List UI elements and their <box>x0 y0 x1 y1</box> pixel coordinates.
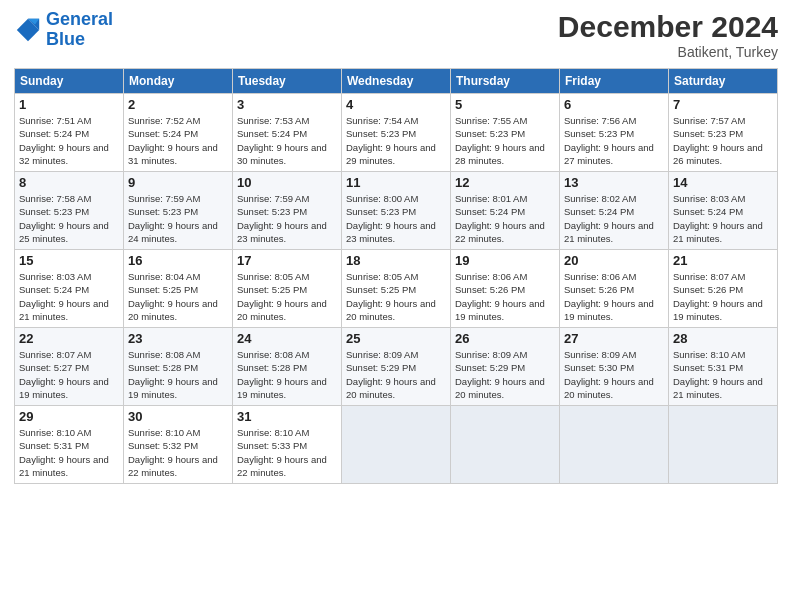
day-number: 11 <box>346 175 446 190</box>
header: General Blue December 2024 Batikent, Tur… <box>14 10 778 60</box>
day-number: 28 <box>673 331 773 346</box>
day-number: 30 <box>128 409 228 424</box>
table-row: 2 Sunrise: 7:52 AMSunset: 5:24 PMDayligh… <box>124 94 233 172</box>
table-row: 17 Sunrise: 8:05 AMSunset: 5:25 PMDaylig… <box>233 250 342 328</box>
table-row: 20 Sunrise: 8:06 AMSunset: 5:26 PMDaylig… <box>560 250 669 328</box>
day-info: Sunrise: 7:57 AMSunset: 5:23 PMDaylight:… <box>673 114 773 167</box>
logo-line2: Blue <box>46 29 85 49</box>
day-info: Sunrise: 7:51 AMSunset: 5:24 PMDaylight:… <box>19 114 119 167</box>
table-row: 10 Sunrise: 7:59 AMSunset: 5:23 PMDaylig… <box>233 172 342 250</box>
day-number: 4 <box>346 97 446 112</box>
day-info: Sunrise: 8:09 AMSunset: 5:29 PMDaylight:… <box>346 348 446 401</box>
day-number: 25 <box>346 331 446 346</box>
table-row <box>342 406 451 484</box>
table-row: 15 Sunrise: 8:03 AMSunset: 5:24 PMDaylig… <box>15 250 124 328</box>
location: Batikent, Turkey <box>558 44 778 60</box>
title-block: December 2024 Batikent, Turkey <box>558 10 778 60</box>
table-row: 30 Sunrise: 8:10 AMSunset: 5:32 PMDaylig… <box>124 406 233 484</box>
day-info: Sunrise: 7:56 AMSunset: 5:23 PMDaylight:… <box>564 114 664 167</box>
table-row: 27 Sunrise: 8:09 AMSunset: 5:30 PMDaylig… <box>560 328 669 406</box>
day-number: 5 <box>455 97 555 112</box>
table-row: 12 Sunrise: 8:01 AMSunset: 5:24 PMDaylig… <box>451 172 560 250</box>
table-row: 23 Sunrise: 8:08 AMSunset: 5:28 PMDaylig… <box>124 328 233 406</box>
day-number: 20 <box>564 253 664 268</box>
table-row: 8 Sunrise: 7:58 AMSunset: 5:23 PMDayligh… <box>15 172 124 250</box>
day-number: 14 <box>673 175 773 190</box>
day-info: Sunrise: 8:03 AMSunset: 5:24 PMDaylight:… <box>673 192 773 245</box>
col-monday: Monday <box>124 69 233 94</box>
day-info: Sunrise: 8:08 AMSunset: 5:28 PMDaylight:… <box>128 348 228 401</box>
day-number: 31 <box>237 409 337 424</box>
day-number: 6 <box>564 97 664 112</box>
day-number: 17 <box>237 253 337 268</box>
day-info: Sunrise: 8:01 AMSunset: 5:24 PMDaylight:… <box>455 192 555 245</box>
table-row: 16 Sunrise: 8:04 AMSunset: 5:25 PMDaylig… <box>124 250 233 328</box>
table-row: 3 Sunrise: 7:53 AMSunset: 5:24 PMDayligh… <box>233 94 342 172</box>
day-info: Sunrise: 8:07 AMSunset: 5:27 PMDaylight:… <box>19 348 119 401</box>
day-number: 15 <box>19 253 119 268</box>
day-info: Sunrise: 7:59 AMSunset: 5:23 PMDaylight:… <box>128 192 228 245</box>
day-number: 10 <box>237 175 337 190</box>
col-friday: Friday <box>560 69 669 94</box>
table-row: 11 Sunrise: 8:00 AMSunset: 5:23 PMDaylig… <box>342 172 451 250</box>
day-info: Sunrise: 7:52 AMSunset: 5:24 PMDaylight:… <box>128 114 228 167</box>
table-row: 24 Sunrise: 8:08 AMSunset: 5:28 PMDaylig… <box>233 328 342 406</box>
table-row: 13 Sunrise: 8:02 AMSunset: 5:24 PMDaylig… <box>560 172 669 250</box>
day-info: Sunrise: 7:53 AMSunset: 5:24 PMDaylight:… <box>237 114 337 167</box>
day-number: 2 <box>128 97 228 112</box>
day-number: 24 <box>237 331 337 346</box>
logo: General Blue <box>14 10 113 50</box>
day-info: Sunrise: 8:10 AMSunset: 5:32 PMDaylight:… <box>128 426 228 479</box>
table-row <box>669 406 778 484</box>
day-info: Sunrise: 8:10 AMSunset: 5:31 PMDaylight:… <box>673 348 773 401</box>
day-number: 9 <box>128 175 228 190</box>
table-row: 6 Sunrise: 7:56 AMSunset: 5:23 PMDayligh… <box>560 94 669 172</box>
day-info: Sunrise: 7:55 AMSunset: 5:23 PMDaylight:… <box>455 114 555 167</box>
day-number: 18 <box>346 253 446 268</box>
table-row: 9 Sunrise: 7:59 AMSunset: 5:23 PMDayligh… <box>124 172 233 250</box>
day-number: 12 <box>455 175 555 190</box>
day-number: 27 <box>564 331 664 346</box>
header-row: Sunday Monday Tuesday Wednesday Thursday… <box>15 69 778 94</box>
day-number: 21 <box>673 253 773 268</box>
col-tuesday: Tuesday <box>233 69 342 94</box>
day-number: 26 <box>455 331 555 346</box>
table-row: 14 Sunrise: 8:03 AMSunset: 5:24 PMDaylig… <box>669 172 778 250</box>
table-row: 26 Sunrise: 8:09 AMSunset: 5:29 PMDaylig… <box>451 328 560 406</box>
table-row: 22 Sunrise: 8:07 AMSunset: 5:27 PMDaylig… <box>15 328 124 406</box>
table-row: 21 Sunrise: 8:07 AMSunset: 5:26 PMDaylig… <box>669 250 778 328</box>
table-row: 28 Sunrise: 8:10 AMSunset: 5:31 PMDaylig… <box>669 328 778 406</box>
day-info: Sunrise: 8:00 AMSunset: 5:23 PMDaylight:… <box>346 192 446 245</box>
day-number: 29 <box>19 409 119 424</box>
day-info: Sunrise: 8:05 AMSunset: 5:25 PMDaylight:… <box>346 270 446 323</box>
day-info: Sunrise: 7:59 AMSunset: 5:23 PMDaylight:… <box>237 192 337 245</box>
logo-text: General Blue <box>46 10 113 50</box>
page: General Blue December 2024 Batikent, Tur… <box>0 0 792 612</box>
day-info: Sunrise: 8:03 AMSunset: 5:24 PMDaylight:… <box>19 270 119 323</box>
day-info: Sunrise: 8:06 AMSunset: 5:26 PMDaylight:… <box>564 270 664 323</box>
day-info: Sunrise: 8:06 AMSunset: 5:26 PMDaylight:… <box>455 270 555 323</box>
table-row: 5 Sunrise: 7:55 AMSunset: 5:23 PMDayligh… <box>451 94 560 172</box>
day-number: 16 <box>128 253 228 268</box>
table-row <box>560 406 669 484</box>
col-sunday: Sunday <box>15 69 124 94</box>
day-info: Sunrise: 7:58 AMSunset: 5:23 PMDaylight:… <box>19 192 119 245</box>
day-number: 3 <box>237 97 337 112</box>
day-number: 1 <box>19 97 119 112</box>
table-row: 4 Sunrise: 7:54 AMSunset: 5:23 PMDayligh… <box>342 94 451 172</box>
day-number: 19 <box>455 253 555 268</box>
day-info: Sunrise: 8:10 AMSunset: 5:31 PMDaylight:… <box>19 426 119 479</box>
logo-line1: General <box>46 9 113 29</box>
calendar-table: Sunday Monday Tuesday Wednesday Thursday… <box>14 68 778 484</box>
col-wednesday: Wednesday <box>342 69 451 94</box>
day-info: Sunrise: 8:08 AMSunset: 5:28 PMDaylight:… <box>237 348 337 401</box>
day-number: 13 <box>564 175 664 190</box>
day-info: Sunrise: 8:09 AMSunset: 5:29 PMDaylight:… <box>455 348 555 401</box>
table-row: 7 Sunrise: 7:57 AMSunset: 5:23 PMDayligh… <box>669 94 778 172</box>
table-row: 31 Sunrise: 8:10 AMSunset: 5:33 PMDaylig… <box>233 406 342 484</box>
table-row: 18 Sunrise: 8:05 AMSunset: 5:25 PMDaylig… <box>342 250 451 328</box>
table-row: 29 Sunrise: 8:10 AMSunset: 5:31 PMDaylig… <box>15 406 124 484</box>
day-info: Sunrise: 8:05 AMSunset: 5:25 PMDaylight:… <box>237 270 337 323</box>
day-info: Sunrise: 8:09 AMSunset: 5:30 PMDaylight:… <box>564 348 664 401</box>
day-info: Sunrise: 8:10 AMSunset: 5:33 PMDaylight:… <box>237 426 337 479</box>
